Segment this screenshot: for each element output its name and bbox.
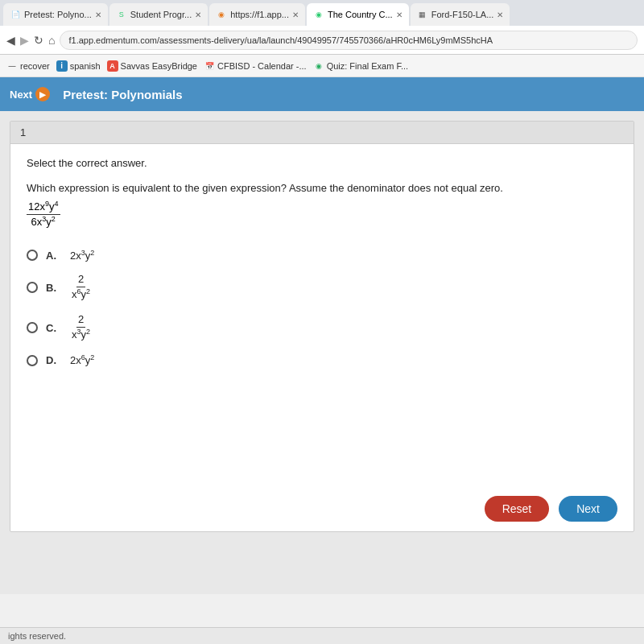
question-body: Select the correct answer. Which express… [10,144,634,386]
option-radio-d[interactable] [27,355,38,366]
address-input[interactable] [60,31,638,50]
option-value-b: 2 x6y2 [70,273,92,302]
tab-label-ford: Ford-F150-LA... [431,10,494,19]
reload-icon[interactable]: ↻ [34,34,43,47]
option-row-d[interactable]: D. 2x6y2 [27,353,617,366]
bookmarks-bar: — recover i spanish A Savvas EasyBridge … [0,55,644,77]
tab-label-https: https://f1.app... [230,10,289,19]
home-icon[interactable]: ⌂ [48,34,55,47]
bookmark-savvas[interactable]: A Savvas EasyBridge [107,60,197,72]
tab-ford[interactable]: ▦ Ford-F150-LA... ✕ [411,3,510,26]
tab-https[interactable]: ◉ https://f1.app... ✕ [209,3,305,26]
app-header: Next ▶ Pretest: Polynomials [0,77,644,111]
option-b-numerator: 2 [76,273,85,287]
tab-favicon-pretest: 📄 [10,9,21,20]
option-value-d: 2x6y2 [70,353,94,366]
next-button[interactable]: Next [559,496,617,522]
option-c-numerator: 2 [76,313,85,328]
bookmark-quiz-label: Quiz: Final Exam F... [327,61,408,71]
address-bar: ◀ ▶ ↻ ⌂ [0,26,644,55]
option-b-denominator: x6y2 [70,287,92,302]
option-row-c[interactable]: C. 2 x3y2 [27,313,617,342]
bookmark-spanish-label: spanish [70,61,101,71]
forward-icon[interactable]: ▶ [20,34,29,47]
option-label-b: B. [46,282,62,294]
tab-student[interactable]: S Student Progr... ✕ [109,3,208,26]
question-number: 1 [20,126,26,138]
bookmark-savvas-icon: A [107,60,118,72]
bookmark-cfbisd-icon: 📅 [204,60,215,72]
option-value-a: 2x3y2 [70,249,94,262]
bookmark-quiz-icon: ◉ [313,60,324,72]
tab-close-pretest[interactable]: ✕ [95,10,101,19]
tab-close-https[interactable]: ✕ [292,10,299,19]
expression-numerator: 12x9y4 [27,200,60,215]
bookmark-recover[interactable]: — recover [6,60,50,72]
bookmark-recover-icon: — [6,60,18,72]
option-label-a: A. [46,250,62,262]
option-radio-b[interactable] [27,282,38,293]
tab-close-student[interactable]: ✕ [195,10,201,19]
back-icon[interactable]: ◀ [6,34,15,47]
footer-text: ights reserved. [8,631,66,641]
option-radio-c[interactable] [27,322,38,333]
option-label-c: C. [46,322,62,334]
question-card: 1 Select the correct answer. Which expre… [10,121,634,532]
bookmark-spanish[interactable]: i spanish [56,60,101,72]
option-radio-a[interactable] [27,250,38,261]
tab-close-country[interactable]: ✕ [396,10,402,19]
app-header-next-button[interactable]: Next ▶ [10,87,50,101]
option-b-fraction: 2 x6y2 [70,273,92,302]
bookmark-spanish-icon: i [56,60,68,72]
bookmark-cfbisd-label: CFBISD - Calendar -... [217,61,307,71]
app-header-title: Pretest: Polynomials [63,88,182,101]
option-row-b[interactable]: B. 2 x6y2 [27,273,617,302]
bookmark-cfbisd[interactable]: 📅 CFBISD - Calendar -... [204,60,307,72]
option-c-denominator: x3y2 [70,328,92,342]
next-arrow-icon: ▶ [35,87,50,101]
option-row-a[interactable]: A. 2x3y2 [27,249,617,262]
fraction-expression: 12x9y4 6x3y2 [27,200,60,229]
tab-label-student: Student Progr... [130,10,192,19]
question-number-bar: 1 [10,122,634,144]
tab-label-country: The Country C... [328,10,393,19]
bookmark-savvas-label: Savvas EasyBridge [121,61,197,71]
expression-fraction: 12x9y4 6x3y2 [27,200,60,229]
tab-pretest[interactable]: 📄 Pretest: Polyno... ✕ [3,3,108,26]
action-bar: Reset Next [10,483,634,531]
tab-favicon-ford: ▦ [417,9,428,20]
bookmark-recover-label: recover [20,61,50,71]
reset-button[interactable]: Reset [485,496,550,522]
tab-favicon-https: ◉ [216,9,227,20]
option-c-fraction: 2 x3y2 [70,313,92,342]
option-value-c: 2 x3y2 [70,313,92,342]
tab-country[interactable]: ◉ The Country C... ✕ [307,3,409,26]
tab-bar: 📄 Pretest: Polyno... ✕ S Student Progr..… [0,0,644,26]
tab-favicon-student: S [116,9,127,20]
bookmark-quiz[interactable]: ◉ Quiz: Final Exam F... [313,60,408,72]
tab-label-pretest: Pretest: Polyno... [24,10,92,19]
footer: ights reserved. [0,627,644,644]
question-instruction: Select the correct answer. [27,157,617,169]
option-label-d: D. [46,354,62,366]
next-label-header: Next [10,89,32,101]
main-content: 1 Select the correct answer. Which expre… [0,111,644,594]
question-text: Which expression is equivalent to the gi… [27,180,617,196]
options-list: A. 2x3y2 B. 2 x6y2 [27,249,617,367]
expression-denominator: 6x3y2 [30,215,57,229]
tab-favicon-country: ◉ [313,9,324,20]
tab-close-ford[interactable]: ✕ [497,10,503,19]
